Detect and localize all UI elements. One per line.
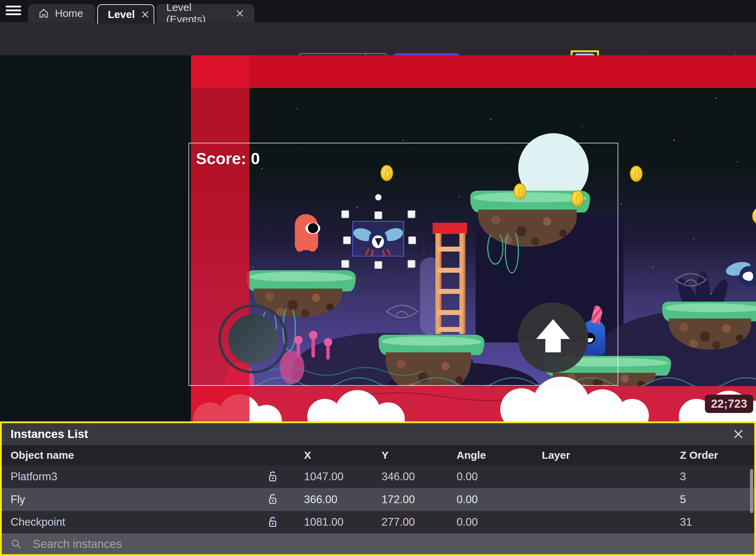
- joystick-pad[interactable]: [228, 314, 278, 364]
- unlocked-padlock-icon[interactable]: [266, 493, 279, 506]
- jump-arrow-button[interactable]: [518, 302, 588, 373]
- search-bar: [2, 533, 754, 554]
- instance-name: Checkpoint: [11, 516, 65, 529]
- instance-x: 366.00: [304, 493, 337, 506]
- instance-name: Platform3: [11, 470, 57, 483]
- close-panel-icon[interactable]: [732, 428, 744, 440]
- instance-z-order: 31: [680, 516, 692, 529]
- tab-events-label: Level (Events): [166, 1, 230, 25]
- tab-level-events[interactable]: Level (Events): [156, 4, 254, 22]
- up-arrow-icon-stem: [545, 338, 561, 352]
- tab-bar: Home Level Level (Events): [0, 0, 756, 22]
- instance-name: Fly: [11, 493, 25, 506]
- instance-row-platform3[interactable]: Platform3 1047.00 346.00 0.00 3: [2, 465, 754, 488]
- instance-y: 277.00: [382, 516, 415, 529]
- toolbar: Preview Publish: [0, 22, 756, 55]
- scene-editor-canvas[interactable]: Score: 0 22;723: [0, 55, 756, 421]
- eye-decoration: [674, 270, 708, 290]
- tab-home-label: Home: [55, 7, 83, 19]
- hamburger-menu-icon[interactable]: [6, 6, 21, 17]
- instances-list-panel: Instances List Object name X Y Angle Lay…: [0, 421, 756, 556]
- tab-home[interactable]: Home: [28, 4, 95, 22]
- col-z-order: Z Order: [680, 449, 718, 461]
- instance-z-order: 3: [680, 470, 686, 483]
- instance-x: 1081.00: [304, 516, 343, 529]
- instance-row-fly[interactable]: Fly 366.00 172.00 0.00 5: [2, 488, 754, 511]
- table-column-headers: Object name X Y Angle Layer Z Order: [2, 445, 754, 465]
- home-icon: [38, 8, 49, 19]
- platform-far-right[interactable]: [662, 302, 756, 350]
- instance-angle: 0.00: [457, 470, 478, 483]
- coin-object[interactable]: [630, 166, 643, 182]
- panel-title: Instances List: [11, 427, 88, 441]
- cursor-coordinates-badge: 22;723: [705, 395, 753, 413]
- col-x: X: [304, 449, 311, 461]
- panel-header: Instances List: [2, 423, 754, 445]
- instance-x: 1047.00: [304, 470, 343, 483]
- close-tab-icon[interactable]: [141, 10, 150, 19]
- instance-row-checkpoint[interactable]: Checkpoint 1081.00 277.00 0.00 31: [2, 511, 754, 533]
- unlocked-padlock-icon[interactable]: [266, 470, 279, 483]
- tab-level-label: Level: [108, 8, 135, 20]
- instance-angle: 0.00: [457, 516, 478, 529]
- editor-window: Home Level Level (Events): [0, 0, 756, 556]
- instance-angle: 0.00: [457, 493, 478, 506]
- search-instances-input[interactable]: [33, 533, 702, 554]
- col-y: Y: [382, 449, 389, 461]
- panel-scrollbar[interactable]: [750, 469, 753, 513]
- unlocked-padlock-icon[interactable]: [266, 515, 279, 529]
- coin-object[interactable]: [752, 208, 756, 224]
- col-angle: Angle: [457, 449, 486, 461]
- instance-y: 346.00: [382, 470, 415, 483]
- instance-z-order: 5: [680, 493, 686, 506]
- search-icon: [10, 538, 22, 550]
- up-arrow-icon: [536, 319, 570, 339]
- instance-y: 172.00: [382, 493, 415, 506]
- score-text: Score: 0: [196, 149, 260, 168]
- col-object-name: Object name: [11, 449, 74, 461]
- col-layer: Layer: [542, 449, 570, 461]
- bat-enemy[interactable]: [739, 266, 756, 287]
- close-tab-icon[interactable]: [235, 9, 244, 18]
- tab-level-active[interactable]: Level: [97, 4, 154, 24]
- red-zone-top: [191, 55, 756, 88]
